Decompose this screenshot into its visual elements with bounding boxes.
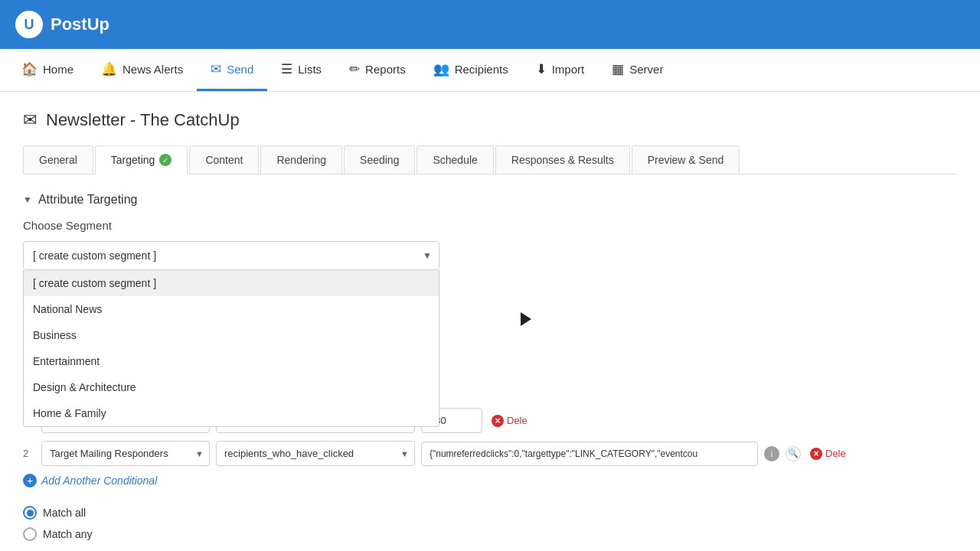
app-name: PostUp bbox=[51, 15, 109, 34]
add-icon: + bbox=[23, 474, 37, 487]
targeting-check-icon: ✓ bbox=[159, 154, 172, 166]
server-icon: ▦ bbox=[612, 61, 624, 77]
match-all-option[interactable]: Match all bbox=[23, 506, 957, 520]
row-2-search-btn[interactable]: 🔍 bbox=[786, 446, 801, 461]
match-all-radio[interactable] bbox=[23, 506, 37, 520]
logo-icon: U bbox=[15, 11, 43, 38]
tab-general[interactable]: General bbox=[23, 145, 93, 174]
row-2-delete-btn[interactable]: × Dele bbox=[807, 445, 849, 463]
match-any-option[interactable]: Match any bbox=[23, 527, 957, 541]
delete-icon-2: × bbox=[810, 448, 822, 460]
segment-option-entertainment[interactable]: Entertainment bbox=[24, 348, 439, 374]
tabs: General Targeting ✓ Content Rendering Se… bbox=[23, 145, 957, 174]
tab-rendering[interactable]: Rendering bbox=[260, 145, 342, 174]
tab-responses-results[interactable]: Responses & Results bbox=[495, 145, 630, 174]
section-header[interactable]: ▼ Attribute Targeting bbox=[23, 193, 957, 207]
bell-icon: 🔔 bbox=[101, 61, 117, 77]
tab-seeding[interactable]: Seeding bbox=[344, 145, 415, 174]
row-2-operator-select[interactable]: recipients_who_have_clicked bbox=[216, 441, 415, 466]
tab-preview-send[interactable]: Preview & Send bbox=[632, 145, 740, 174]
recipients-icon: 👥 bbox=[433, 61, 449, 77]
segment-dropdown-list: [ create custom segment ] National News … bbox=[23, 270, 439, 427]
conditional-row-2: 2 Target Mailing Responders ▼ recipients… bbox=[23, 441, 957, 466]
tab-schedule[interactable]: Schedule bbox=[416, 145, 493, 174]
nav-item-send[interactable]: ✉ Send bbox=[197, 49, 267, 91]
choose-segment-label: Choose Segment bbox=[23, 219, 957, 232]
page-title: ✉ Newsletter - The CatchUp bbox=[23, 110, 957, 130]
segment-dropdown-wrapper: [ create custom segment ] ▼ [ create cus… bbox=[23, 241, 439, 270]
import-icon: ⬇ bbox=[536, 61, 547, 77]
nav-item-lists[interactable]: ☰ Lists bbox=[267, 49, 335, 91]
add-conditional-btn[interactable]: + Add Another Conditional bbox=[23, 474, 957, 487]
nav-item-recipients[interactable]: 👥 Recipients bbox=[420, 49, 522, 91]
segment-option-design[interactable]: Design & Architecture bbox=[24, 374, 439, 400]
main-content: ✉ Newsletter - The CatchUp General Targe… bbox=[0, 92, 980, 551]
tab-content[interactable]: Content bbox=[189, 145, 259, 174]
email-icon: ✉ bbox=[23, 110, 37, 130]
nav-item-import[interactable]: ⬇ Import bbox=[522, 49, 599, 91]
home-icon: 🏠 bbox=[21, 61, 38, 77]
match-all-radio-inner bbox=[27, 510, 34, 517]
tab-targeting[interactable]: Targeting ✓ bbox=[95, 145, 188, 174]
segment-select[interactable]: [ create custom segment ] bbox=[23, 241, 439, 270]
segment-option-create[interactable]: [ create custom segment ] bbox=[24, 270, 439, 296]
row-2-value-input[interactable] bbox=[421, 442, 758, 466]
segment-option-home[interactable]: Home & Family bbox=[24, 400, 439, 426]
row-2-info-btn[interactable]: i bbox=[764, 446, 779, 461]
row-1-delete-btn[interactable]: × Dele bbox=[488, 412, 531, 430]
nav-item-reports[interactable]: ✏ Reports bbox=[335, 49, 420, 91]
conditionals: 1 Date Last Opened ▼ in_last_x_days ▼ × bbox=[23, 408, 957, 541]
match-options: Match all Match any bbox=[23, 506, 957, 541]
header: U PostUp bbox=[0, 0, 980, 49]
main-nav: 🏠 Home 🔔 News Alerts ✉ Send ☰ Lists ✏ Re… bbox=[0, 49, 980, 92]
delete-icon: × bbox=[492, 415, 504, 427]
nav-item-home[interactable]: 🏠 Home bbox=[8, 49, 87, 91]
segment-option-business[interactable]: Business bbox=[24, 322, 439, 348]
logo[interactable]: U PostUp bbox=[15, 11, 109, 38]
row-2-number: 2 bbox=[23, 448, 35, 459]
segment-option-national-news[interactable]: National News bbox=[24, 296, 439, 322]
row-2-field-select[interactable]: Target Mailing Responders bbox=[41, 441, 210, 466]
attribute-targeting-section: ▼ Attribute Targeting Choose Segment [ c… bbox=[23, 193, 957, 541]
send-icon: ✉ bbox=[211, 61, 221, 77]
nav-item-news-alerts[interactable]: 🔔 News Alerts bbox=[87, 49, 197, 91]
reports-icon: ✏ bbox=[349, 61, 360, 77]
section-toggle-icon: ▼ bbox=[23, 194, 32, 205]
lists-icon: ☰ bbox=[281, 61, 292, 77]
match-any-radio[interactable] bbox=[23, 527, 37, 541]
nav-item-server[interactable]: ▦ Server bbox=[598, 49, 677, 91]
